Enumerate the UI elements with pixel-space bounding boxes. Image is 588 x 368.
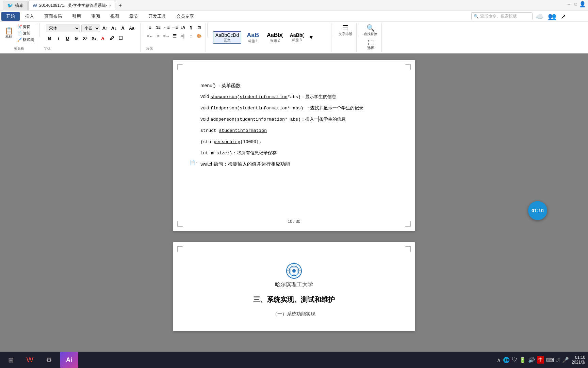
change-case-btn[interactable]: Aa (128, 25, 135, 32)
collaborate-icon[interactable]: 👥 (548, 12, 556, 20)
tab-document[interactable]: W 20140108171...吴-学生学籍管理系统- × (28, 1, 115, 10)
volume-icon[interactable]: 🔊 (528, 357, 535, 363)
separator-3 (207, 23, 208, 37)
cut-icon: ✂️ (17, 25, 22, 29)
border-btn[interactable]: ⊡ (195, 24, 203, 31)
justify-btn[interactable]: ☰ (171, 32, 178, 40)
style-heading1[interactable]: AaB 标题 1 (243, 31, 263, 45)
text-arrange-btn[interactable]: ☰ 文字排版 (337, 24, 354, 37)
minimize-button[interactable]: ─ (566, 1, 572, 7)
select-btn[interactable]: ⬚ 选择 (364, 38, 377, 51)
line4-p3: 条学生的信息 (319, 117, 346, 122)
tab-close-btn[interactable]: × (109, 4, 111, 7)
style-heading3[interactable]: AaBb( 标题 3 (287, 31, 307, 44)
tab-view[interactable]: 视图 (105, 12, 124, 21)
battery-icon[interactable]: 🔋 (519, 357, 526, 363)
styles-group: AaBbCcDd 正文 AaB 标题 1 AaBb( 标题 2 AaBb( 标题… (209, 23, 331, 52)
tab-wps[interactable]: 🐦 稿赤 (3, 1, 28, 10)
decrease-indent-btn[interactable]: ←≡ (163, 24, 170, 31)
font-size-select[interactable]: 小四 (81, 25, 100, 32)
align-center-btn[interactable]: ≡ (154, 32, 162, 40)
cloud-save-icon[interactable]: ☁️ (535, 12, 544, 20)
bold-btn[interactable]: B (46, 34, 53, 42)
font-color-btn[interactable]: A (99, 34, 107, 42)
tab-references[interactable]: 引用 (67, 12, 86, 21)
page10-content: 📄 - menu() ：菜单函数 void showperson(student… (200, 81, 388, 169)
underline-btn[interactable]: U (64, 34, 71, 42)
style-heading2[interactable]: AaBb( 标题 2 (264, 31, 285, 44)
tab-vip[interactable]: 会员专享 (172, 12, 199, 21)
distributed-btn[interactable]: ≡| (179, 32, 186, 40)
chevron-tray-icon[interactable]: ∧ (497, 357, 501, 363)
profile-button[interactable]: 👤 (580, 1, 585, 7)
tab-chapter[interactable]: 章节 (125, 12, 143, 21)
tab-page-layout[interactable]: 页面布局 (39, 12, 67, 21)
tab-devtools[interactable]: 开发工具 (144, 12, 171, 21)
fill-color-btn[interactable]: 🎨 (195, 32, 203, 40)
tab-doc-icon: W (33, 3, 37, 8)
cut-button[interactable]: ✂️剪切 (16, 24, 35, 30)
subscript-btn[interactable]: X₂ (90, 34, 98, 42)
styles-expand-btn[interactable]: ▼ (308, 34, 314, 41)
italic-btn[interactable]: I (55, 34, 62, 42)
wps-task-icon: W (24, 354, 35, 365)
style-h3-label: 标题 3 (292, 38, 301, 43)
mic-icon[interactable]: 🎤 (562, 357, 569, 363)
taskbar: ⊞ W ⚙ Ai ∧ 🌐 🛡 🔋 🔊 中 ⌨ 拼 🎤 01:10 2021/3/ (0, 352, 588, 368)
new-tab-button[interactable]: + (116, 1, 124, 10)
text-arrange-label: 文字排版 (339, 32, 352, 36)
comment-icon[interactable]: 📄 - (190, 158, 197, 167)
clear-format-btn[interactable]: Ā (119, 25, 127, 32)
text-arrange-group: ☰ 文字排版 (334, 23, 357, 52)
find-replace-btn[interactable]: 🔍 查找替换 (362, 24, 379, 37)
taskbar-start[interactable]: ⊞ (3, 353, 19, 367)
strikethrough-btn[interactable]: S (72, 34, 80, 42)
border-char-btn[interactable]: 囗 (117, 34, 124, 42)
increase-indent-btn[interactable]: →≡ (171, 24, 178, 31)
show-symbols-btn[interactable]: ¶ (187, 24, 195, 31)
timer-bubble[interactable]: 01:10 (528, 201, 547, 220)
highlight-btn[interactable]: 🖊 (108, 34, 115, 42)
align-row: ≡← ≡ ≡→ ☰ ≡| ↕ 🎨 (146, 32, 203, 40)
paste-button[interactable]: 📋 粘贴 (3, 27, 15, 40)
taskbar-wps-task[interactable]: W (22, 353, 38, 367)
maximize-button[interactable]: □ (573, 1, 578, 7)
ribbon-search-box[interactable]: 🔍 查找命令、搜索模板 (471, 12, 533, 20)
window-controls: ─ □ 👤 (566, 1, 585, 7)
settings-task-icon: ⚙ (44, 354, 54, 365)
ime-icon[interactable]: 中 (537, 356, 544, 364)
align-right-btn[interactable]: ≡→ (163, 32, 170, 40)
line2-func: showperson (211, 94, 237, 99)
bullet-list-btn[interactable]: ≡ (146, 24, 154, 31)
title-bar: 🐦 稿赤 W 20140108171...吴-学生学籍管理系统- × + ─ □… (0, 0, 588, 11)
numbered-list-btn[interactable]: 1≡ (154, 24, 162, 31)
decrease-font-btn[interactable]: A↓ (110, 25, 118, 32)
increase-font-btn[interactable]: A↑ (101, 25, 109, 32)
shield-icon[interactable]: 🛡 (512, 357, 517, 363)
main-document-area[interactable]: 📄 - menu() ：菜单函数 void showperson(student… (0, 53, 588, 355)
copy-button[interactable]: 📄复制 (16, 30, 35, 36)
sort-btn[interactable]: ↕A (179, 24, 186, 31)
tab-start[interactable]: 开始 (1, 12, 20, 21)
ribbon-right-icons: ☁️ 👥 ↗ (535, 12, 566, 20)
system-clock[interactable]: 01:10 2021/3/ (572, 355, 585, 365)
ribbon-tab-bar: 开始 插入 页面布局 引用 审阅 视图 章节 开发工具 会员专享 🔍 查找命令、… (0, 11, 588, 22)
share-icon[interactable]: ↗ (560, 12, 566, 20)
style-normal[interactable]: AaBbCcDd 正文 (213, 31, 241, 44)
tab-insert[interactable]: 插入 (20, 12, 39, 21)
superscript-btn[interactable]: X² (81, 34, 89, 42)
font-family-select[interactable]: 宋体 (46, 25, 80, 32)
line-spacing-btn[interactable]: ↕ (187, 32, 195, 40)
page-11: 哈尔滨理工大学 三、系统实现、测试和维护 （一）系统功能实现 (173, 242, 415, 331)
align-left-btn[interactable]: ≡← (146, 32, 154, 40)
network-icon[interactable]: 🌐 (503, 357, 510, 363)
line7-text: int m_size;}：将所有信息记录保存 (200, 151, 277, 156)
taskbar-settings[interactable]: ⚙ (41, 353, 57, 367)
format-brush-button[interactable]: 🖌️格式刷 (16, 37, 35, 43)
input-extra-icon[interactable]: ⌨ (546, 357, 554, 363)
ime2-icon[interactable]: 拼 (556, 357, 560, 363)
tab-review[interactable]: 审阅 (86, 12, 105, 21)
ai-badge[interactable]: Ai (60, 352, 78, 368)
paragraph-group-label: 段落 (146, 46, 153, 51)
tab-wps-icon: 🐦 (7, 3, 13, 8)
